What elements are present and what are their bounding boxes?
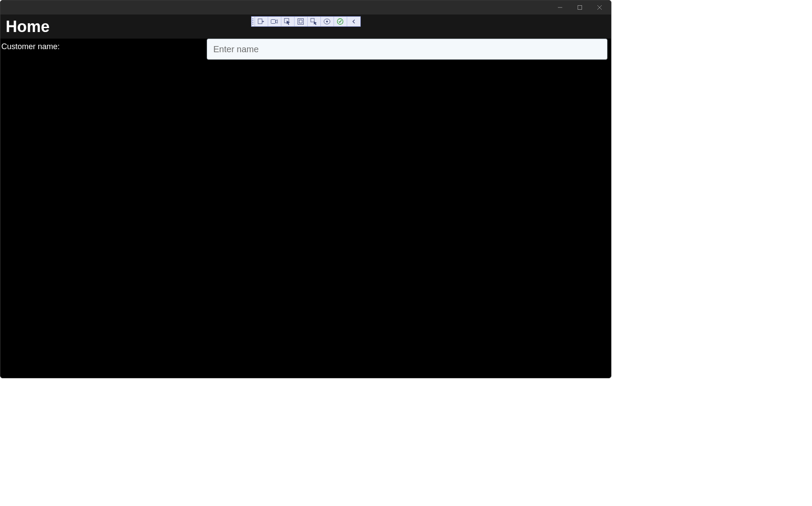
xaml-debug-toolbar[interactable]: [251, 16, 361, 27]
svg-rect-5: [271, 20, 276, 24]
customer-name-input[interactable]: [207, 39, 607, 60]
toolbar-grip-icon[interactable]: [252, 17, 255, 26]
xaml-binding-button[interactable]: [321, 17, 334, 26]
track-focus-button[interactable]: [308, 17, 321, 26]
title-bar: [0, 0, 611, 14]
customer-name-label: Customer name:: [0, 39, 207, 51]
minimize-button[interactable]: [550, 1, 570, 14]
svg-rect-9: [311, 18, 314, 22]
record-button[interactable]: [268, 17, 281, 26]
close-button[interactable]: [589, 1, 609, 14]
page-title: Home: [6, 18, 50, 36]
live-visual-tree-button[interactable]: [255, 17, 268, 26]
svg-rect-1: [578, 6, 582, 10]
svg-rect-7: [298, 19, 304, 25]
app-window: Home Customer name:: [0, 0, 611, 378]
hot-reload-status-icon[interactable]: [334, 17, 347, 26]
desktop-area: Home Customer name:: [0, 0, 812, 506]
customer-name-row: Customer name:: [0, 39, 611, 60]
select-element-button[interactable]: [281, 17, 295, 26]
svg-rect-4: [258, 19, 262, 24]
page-body: Customer name:: [0, 39, 611, 60]
collapse-toolbar-button[interactable]: [347, 17, 360, 26]
display-layout-button[interactable]: [295, 17, 308, 26]
customer-name-field-wrap: [207, 39, 611, 60]
svg-point-11: [326, 21, 328, 22]
maximize-button[interactable]: [570, 1, 589, 14]
svg-rect-8: [299, 20, 302, 23]
